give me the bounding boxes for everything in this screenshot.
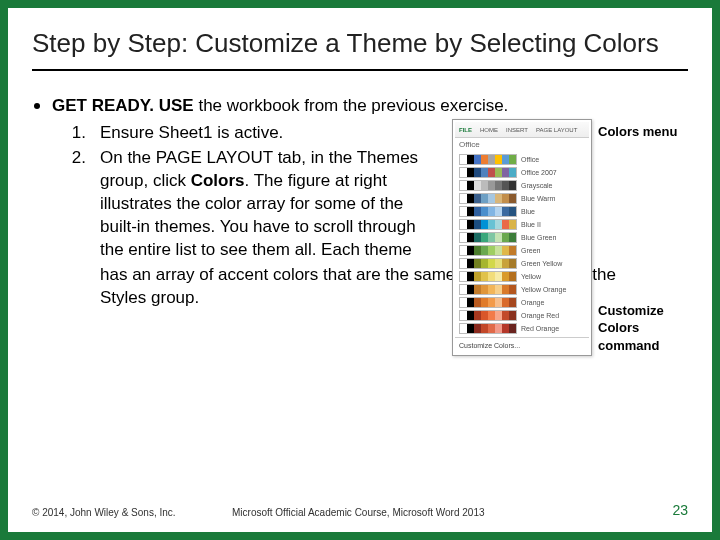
swatch <box>495 298 502 307</box>
theme-name: Red Orange <box>521 324 559 333</box>
swatch <box>495 194 502 203</box>
swatch-strip <box>459 232 517 243</box>
swatch <box>502 298 509 307</box>
swatch <box>460 233 467 242</box>
swatch <box>502 324 509 333</box>
swatch <box>495 155 502 164</box>
theme-name: Yellow Orange <box>521 285 566 294</box>
swatch <box>474 168 481 177</box>
theme-row: Blue II <box>455 218 589 231</box>
swatch <box>467 298 474 307</box>
swatch <box>495 207 502 216</box>
swatch <box>488 285 495 294</box>
swatch-strip <box>459 154 517 165</box>
swatch-strip <box>459 167 517 178</box>
intro-text: GET READY. USE the workbook from the pre… <box>52 95 508 118</box>
theme-name: Blue <box>521 207 535 216</box>
theme-name: Orange Red <box>521 311 559 320</box>
swatch <box>509 285 516 294</box>
swatch <box>467 233 474 242</box>
swatch <box>509 233 516 242</box>
theme-row: Blue <box>455 205 589 218</box>
ribbon-layout: PAGE LAYOUT <box>536 126 577 134</box>
theme-row: Office 2007 <box>455 166 589 179</box>
swatch <box>481 311 488 320</box>
colors-dropdown: FILE HOME INSERT PAGE LAYOUT Office Offi… <box>452 119 592 356</box>
swatch <box>460 246 467 255</box>
swatch <box>495 259 502 268</box>
swatch <box>474 181 481 190</box>
footer-course: Microsoft Official Academic Course, Micr… <box>232 507 672 518</box>
theme-row: Blue Warm <box>455 192 589 205</box>
swatch <box>509 168 516 177</box>
swatch <box>509 220 516 229</box>
slide: Step by Step: Customize a Theme by Selec… <box>8 8 712 532</box>
swatch <box>495 272 502 281</box>
theme-name: Green <box>521 246 540 255</box>
theme-row: Orange <box>455 296 589 309</box>
swatch <box>467 194 474 203</box>
theme-row: Green Yellow <box>455 257 589 270</box>
swatch <box>509 324 516 333</box>
swatch <box>481 168 488 177</box>
figure-colors-menu: FILE HOME INSERT PAGE LAYOUT Office Offi… <box>452 119 688 356</box>
swatch-strip <box>459 323 517 334</box>
bullet-icon <box>34 103 40 109</box>
theme-row: Grayscale <box>455 179 589 192</box>
swatch <box>481 246 488 255</box>
swatch <box>467 272 474 281</box>
swatch-strip <box>459 180 517 191</box>
swatch <box>509 272 516 281</box>
swatch <box>495 220 502 229</box>
swatch <box>509 155 516 164</box>
swatch <box>474 220 481 229</box>
dropdown-heading: Office <box>455 138 589 153</box>
swatch <box>474 298 481 307</box>
swatch-strip <box>459 271 517 282</box>
theme-name: Green Yellow <box>521 259 562 268</box>
swatch <box>509 207 516 216</box>
swatch <box>488 181 495 190</box>
theme-name: Grayscale <box>521 181 553 190</box>
theme-row: Blue Green <box>455 231 589 244</box>
slide-title: Step by Step: Customize a Theme by Selec… <box>32 28 688 71</box>
swatch <box>495 168 502 177</box>
swatch <box>481 155 488 164</box>
swatch <box>481 233 488 242</box>
swatch <box>474 272 481 281</box>
swatch <box>460 220 467 229</box>
theme-name: Blue Warm <box>521 194 555 203</box>
swatch <box>474 233 481 242</box>
step-1-text: Ensure Sheet1 is active. <box>100 122 283 145</box>
customize-colors-item: Customize Colors... <box>455 337 589 353</box>
swatch <box>460 155 467 164</box>
figure-labels: Colors menu Customize Colors command <box>598 119 688 356</box>
swatch <box>488 259 495 268</box>
swatch <box>488 298 495 307</box>
step-2-number: 2. <box>66 147 86 262</box>
swatch <box>460 324 467 333</box>
swatch <box>488 233 495 242</box>
footer-page-number: 23 <box>672 502 688 518</box>
swatch <box>495 311 502 320</box>
swatch <box>481 298 488 307</box>
swatch <box>467 311 474 320</box>
swatch <box>460 168 467 177</box>
swatch <box>460 311 467 320</box>
swatch <box>488 168 495 177</box>
swatch <box>460 272 467 281</box>
theme-row: Orange Red <box>455 309 589 322</box>
swatch <box>509 311 516 320</box>
theme-row: Yellow Orange <box>455 283 589 296</box>
slide-footer: © 2014, John Wiley & Sons, Inc. Microsof… <box>32 488 688 518</box>
swatch <box>495 233 502 242</box>
swatch <box>474 285 481 294</box>
swatch <box>502 246 509 255</box>
theme-name: Orange <box>521 298 544 307</box>
slide-body: GET READY. USE the workbook from the pre… <box>32 95 688 488</box>
theme-row: Yellow <box>455 270 589 283</box>
swatch <box>488 272 495 281</box>
swatch <box>460 207 467 216</box>
swatch <box>467 285 474 294</box>
swatch-strip <box>459 310 517 321</box>
